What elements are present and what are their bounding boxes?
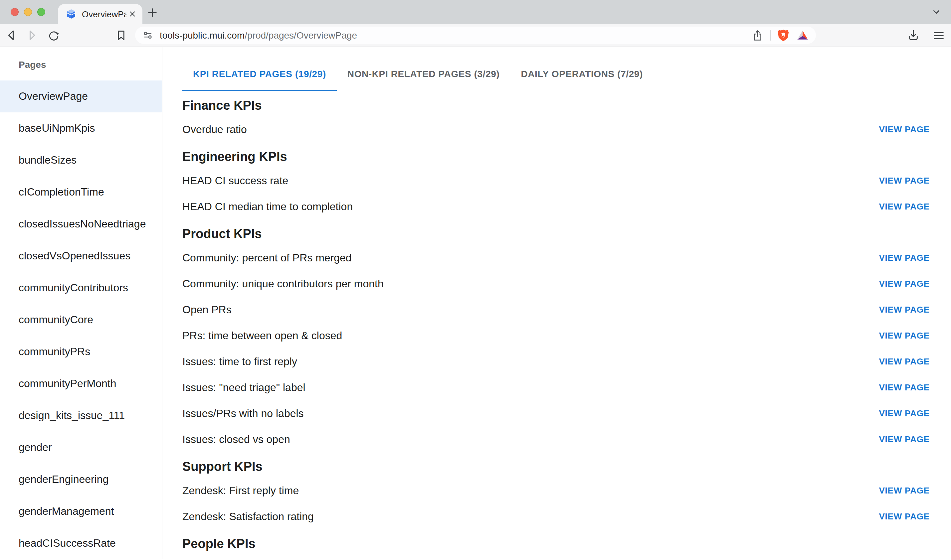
url-domain: tools-public.mui.com [160,30,245,41]
tab-daily-operations-7-29-[interactable]: DAILY OPERATIONS (7/29) [510,57,654,91]
kpi-label: Issues/PRs with no labels [182,408,304,419]
downloads-icon[interactable] [905,27,921,43]
forward-button[interactable] [24,27,40,43]
kpi-label: Community: percent of PRs merged [182,252,352,264]
close-window-button[interactable] [11,8,18,16]
sidebar-item-headCISuccessRate[interactable]: headCISuccessRate [0,528,162,559]
main-content: KPI RELATED PAGES (19/29)NON-KPI RELATED… [162,47,951,559]
sidebar-item-cICompletionTime[interactable]: cICompletionTime [0,176,162,208]
view-page-button[interactable]: VIEW PAGE [874,274,935,294]
kpi-row: HEAD CI success rateVIEW PAGE [182,168,935,194]
view-page-button[interactable]: VIEW PAGE [874,248,935,268]
sidebar-item-communityPRs[interactable]: communityPRs [0,336,162,368]
pages-sidebar: Pages OverviewPagebaseUiNpmKpisbundleSiz… [0,47,162,559]
kpi-row: Overdue ratioVIEW PAGE [182,116,935,142]
view-page-button[interactable]: VIEW PAGE [874,377,935,397]
urlbar-actions [751,29,809,42]
toolpad-favicon-icon [66,9,77,19]
kpi-row: Zendesk: First reply timeVIEW PAGE [182,477,935,503]
kpi-label: Zendesk: First reply time [182,485,299,497]
kpi-label: HEAD CI median time to completion [182,200,353,212]
address-bar[interactable]: tools-public.mui.com/prod/pages/Overview… [135,26,816,44]
kpi-sections: Finance KPIsOverdue ratioVIEW PAGEEngine… [182,97,935,553]
kpi-row: Issues/PRs with no labelsVIEW PAGE [182,400,935,426]
kpi-label: Issues: "need triage" label [182,382,305,394]
kpi-label: Overdue ratio [182,123,247,135]
url-path: /prod/pages/OverviewPage [245,30,357,41]
kpi-row: Zendesk: Satisfaction ratingVIEW PAGE [182,503,935,529]
sidebar-item-closedVsOpenedIssues[interactable]: closedVsOpenedIssues [0,240,162,272]
reload-button[interactable] [45,27,61,43]
kpi-section: People KPIs [182,535,935,553]
sidebar-item-genderEngineering[interactable]: genderEngineering [0,463,162,495]
sidebar-item-closedIssuesNoNeedtriage[interactable]: closedIssuesNoNeedtriage [0,208,162,240]
kpi-section: Finance KPIsOverdue ratioVIEW PAGE [182,97,935,142]
kpi-row: Issues: time to first replyVIEW PAGE [182,349,935,374]
sidebar-item-genderManagement[interactable]: genderManagement [0,495,162,528]
minimize-window-button[interactable] [24,8,32,16]
toolbar-right-actions [905,27,946,43]
sidebar-item-OverviewPage[interactable]: OverviewPage [0,80,162,112]
sidebar-item-bundleSizes[interactable]: bundleSizes [0,144,162,176]
close-tab-icon[interactable] [126,8,139,20]
section-title: Product KPIs [182,225,935,243]
view-page-button[interactable]: VIEW PAGE [874,326,935,346]
sidebar-page-list: OverviewPagebaseUiNpmKpisbundleSizescICo… [0,80,162,559]
browser-window: OverviewPage [0,0,951,560]
sidebar-item-communityPerMonth[interactable]: communityPerMonth [0,368,162,400]
section-title: Finance KPIs [182,97,935,115]
category-tabs: KPI RELATED PAGES (19/29)NON-KPI RELATED… [182,57,935,91]
browser-toolbar: tools-public.mui.com/prod/pages/Overview… [0,24,951,47]
bookmark-icon[interactable] [113,27,129,43]
urlbar-divider [770,30,771,41]
view-page-button[interactable]: VIEW PAGE [874,351,935,371]
view-page-button[interactable]: VIEW PAGE [874,480,935,500]
kpi-row: PRs: time between open & closedVIEW PAGE [182,323,935,349]
sidebar-item-gender[interactable]: gender [0,432,162,463]
zoom-window-button[interactable] [37,8,45,16]
kpi-label: Community: unique contributors per month [182,278,384,290]
sidebar-item-baseUiNpmKpis[interactable]: baseUiNpmKpis [0,112,162,144]
url-text: tools-public.mui.com/prod/pages/Overview… [160,30,357,41]
new-tab-button[interactable] [146,6,159,18]
browser-tab[interactable]: OverviewPage [58,4,142,24]
view-page-button[interactable]: VIEW PAGE [874,403,935,423]
view-page-button[interactable]: VIEW PAGE [874,506,935,526]
view-page-button[interactable]: VIEW PAGE [874,119,935,139]
sidebar-item-communityCore[interactable]: communityCore [0,304,162,336]
kpi-row: Community: percent of PRs mergedVIEW PAG… [182,245,935,271]
back-button[interactable] [3,27,19,43]
kpi-label: Issues: time to first reply [182,355,297,368]
kpi-row: HEAD CI median time to completionVIEW PA… [182,194,935,220]
tab-search-chevron-icon[interactable] [930,6,942,18]
sidebar-header: Pages [0,49,162,80]
kpi-row: Issues: closed vs openVIEW PAGE [182,426,935,452]
menu-hamburger-icon[interactable] [930,27,946,43]
kpi-row: Open PRsVIEW PAGE [182,297,935,323]
view-page-button[interactable]: VIEW PAGE [874,197,935,217]
brave-rewards-bat-icon[interactable] [796,29,809,42]
tab-strip: OverviewPage [0,0,951,24]
window-controls [11,8,45,16]
view-page-button[interactable]: VIEW PAGE [874,171,935,191]
section-title: Engineering KPIs [182,148,935,166]
tab-title: OverviewPage [82,9,126,19]
view-page-button[interactable]: VIEW PAGE [874,429,935,449]
sidebar-item-communityContributors[interactable]: communityContributors [0,272,162,304]
kpi-section: Engineering KPIsHEAD CI success rateVIEW… [182,148,935,220]
share-icon[interactable] [751,29,764,42]
kpi-label: PRs: time between open & closed [182,329,342,342]
kpi-label: Zendesk: Satisfaction rating [182,511,314,522]
view-page-button[interactable]: VIEW PAGE [874,300,935,320]
kpi-section: Product KPIsCommunity: percent of PRs me… [182,225,935,452]
page-body: Pages OverviewPagebaseUiNpmKpisbundleSiz… [0,47,951,559]
section-title: People KPIs [182,535,935,553]
tab-kpi-related-pages-19-29-[interactable]: KPI RELATED PAGES (19/29) [182,57,337,91]
kpi-label: Open PRs [182,304,231,315]
site-settings-tune-icon[interactable] [142,29,154,41]
kpi-row: Community: unique contributors per month… [182,271,935,297]
tab-non-kpi-related-pages-3-29-[interactable]: NON-KPI RELATED PAGES (3/29) [337,57,510,91]
sidebar-item-design_kits_issue_111[interactable]: design_kits_issue_111 [0,400,162,432]
kpi-label: Issues: closed vs open [182,433,290,445]
brave-shield-icon[interactable] [777,29,790,42]
